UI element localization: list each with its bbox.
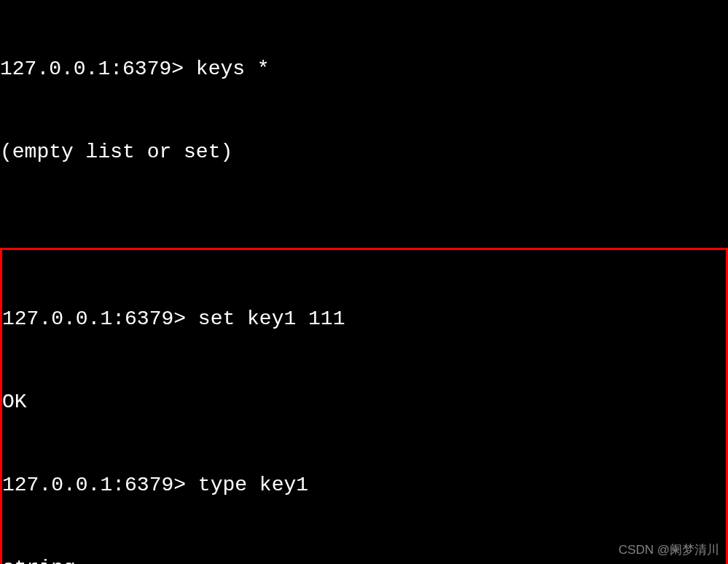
output-line: string — [2, 555, 726, 564]
output-line: (empty list or set) — [0, 138, 728, 166]
command-line: 127.0.0.1:6379> set key1 111 — [2, 305, 726, 333]
output-line: OK — [2, 388, 726, 416]
watermark-text: CSDN @阑梦清川 — [619, 541, 719, 558]
terminal-output[interactable]: 127.0.0.1:6379> keys * (empty list or se… — [0, 0, 728, 564]
command-line: 127.0.0.1:6379> type key1 — [2, 471, 726, 499]
highlight-box-1: 127.0.0.1:6379> set key1 111 OK 127.0.0.… — [0, 248, 728, 564]
command-line: 127.0.0.1:6379> keys * — [0, 55, 728, 83]
